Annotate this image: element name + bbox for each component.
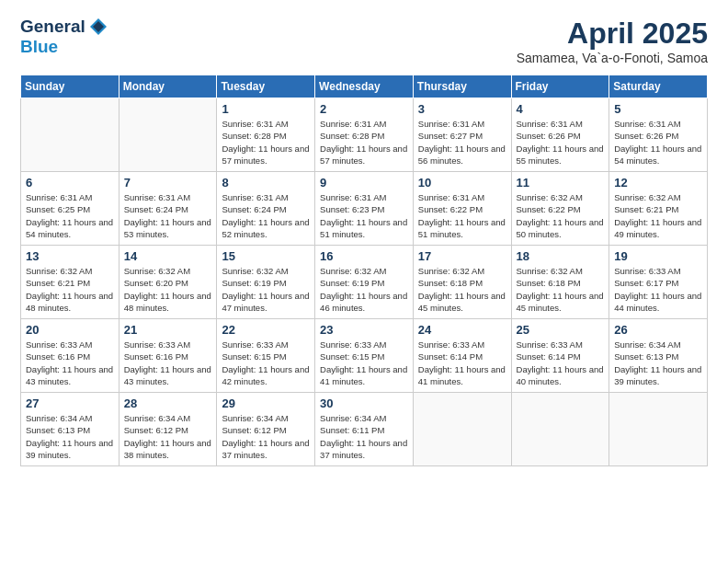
cell-text: Sunrise: 6:32 AM <box>614 191 702 203</box>
calendar-cell: 22Sunrise: 6:33 AMSunset: 6:15 PMDayligh… <box>217 319 315 393</box>
cell-text: Sunset: 6:26 PM <box>614 130 702 142</box>
cell-text: Daylight: 11 hours and 42 minutes. <box>222 363 310 388</box>
cell-text: Sunset: 6:22 PM <box>418 203 506 215</box>
cell-text: Sunset: 6:28 PM <box>320 130 408 142</box>
col-header-sunday: Sunday <box>21 75 119 98</box>
cell-text: Sunrise: 6:33 AM <box>320 339 408 350</box>
cell-text: Sunrise: 6:34 AM <box>614 339 702 350</box>
cell-text: Daylight: 11 hours and 52 minutes. <box>222 216 310 241</box>
calendar-cell: 4Sunrise: 6:31 AMSunset: 6:26 PMDaylight… <box>511 98 609 172</box>
calendar-cell: 7Sunrise: 6:31 AMSunset: 6:24 PMDaylight… <box>119 172 217 246</box>
cell-text: Sunset: 6:19 PM <box>320 277 408 289</box>
cell-text: Daylight: 11 hours and 38 minutes. <box>124 437 212 462</box>
cell-text: Sunrise: 6:33 AM <box>614 265 702 277</box>
header: General Blue April 2025 Samamea, Va`a-o-… <box>20 17 708 65</box>
calendar-cell: 19Sunrise: 6:33 AMSunset: 6:17 PMDayligh… <box>609 246 708 319</box>
cell-text: Sunrise: 6:32 AM <box>418 265 506 277</box>
cell-text: Sunset: 6:12 PM <box>124 424 212 436</box>
day-number: 20 <box>26 323 114 337</box>
cell-text: Daylight: 11 hours and 48 minutes. <box>26 290 114 315</box>
day-number: 23 <box>320 323 408 337</box>
calendar-cell <box>21 98 119 172</box>
calendar-cell: 17Sunrise: 6:32 AMSunset: 6:18 PMDayligh… <box>413 246 511 319</box>
calendar-cell: 16Sunrise: 6:32 AMSunset: 6:19 PMDayligh… <box>315 246 414 319</box>
cell-text: Daylight: 11 hours and 44 minutes. <box>614 290 702 315</box>
cell-text: Daylight: 11 hours and 37 minutes. <box>222 437 310 462</box>
col-header-saturday: Saturday <box>609 75 708 98</box>
calendar-cell: 14Sunrise: 6:32 AMSunset: 6:20 PMDayligh… <box>119 246 217 319</box>
cell-text: Daylight: 11 hours and 39 minutes. <box>614 363 702 388</box>
cell-text: Sunset: 6:14 PM <box>418 350 506 362</box>
day-number: 11 <box>517 176 605 190</box>
calendar-cell: 3Sunrise: 6:31 AMSunset: 6:27 PMDaylight… <box>413 98 511 172</box>
day-number: 18 <box>517 249 605 263</box>
day-number: 28 <box>124 396 212 410</box>
cell-text: Sunrise: 6:34 AM <box>124 412 212 424</box>
day-number: 5 <box>614 102 702 116</box>
day-number: 3 <box>418 102 506 116</box>
cell-text: Sunset: 6:14 PM <box>517 350 605 362</box>
page: General Blue April 2025 Samamea, Va`a-o-… <box>0 0 728 563</box>
cell-text: Sunrise: 6:32 AM <box>320 265 408 277</box>
day-number: 21 <box>124 323 212 337</box>
title-block: April 2025 Samamea, Va`a-o-Fonoti, Samoa <box>517 17 708 65</box>
calendar-header-row: SundayMondayTuesdayWednesdayThursdayFrid… <box>21 75 708 98</box>
cell-text: Daylight: 11 hours and 50 minutes. <box>517 216 605 241</box>
calendar-cell: 24Sunrise: 6:33 AMSunset: 6:14 PMDayligh… <box>413 319 511 393</box>
cell-text: Sunrise: 6:31 AM <box>222 118 310 130</box>
cell-text: Sunset: 6:21 PM <box>26 277 114 289</box>
cell-text: Daylight: 11 hours and 55 minutes. <box>517 143 605 167</box>
day-number: 12 <box>614 176 702 190</box>
cell-text: Sunset: 6:15 PM <box>222 350 310 362</box>
cell-text: Sunset: 6:19 PM <box>222 277 310 289</box>
cell-text: Daylight: 11 hours and 43 minutes. <box>124 363 212 388</box>
calendar-cell: 15Sunrise: 6:32 AMSunset: 6:19 PMDayligh… <box>217 246 315 319</box>
calendar-cell: 26Sunrise: 6:34 AMSunset: 6:13 PMDayligh… <box>609 319 708 393</box>
calendar-cell: 10Sunrise: 6:31 AMSunset: 6:22 PMDayligh… <box>413 172 511 246</box>
calendar-cell: 23Sunrise: 6:33 AMSunset: 6:15 PMDayligh… <box>315 319 414 393</box>
calendar-cell: 6Sunrise: 6:31 AMSunset: 6:25 PMDaylight… <box>21 172 119 246</box>
day-number: 16 <box>320 249 408 263</box>
day-number: 13 <box>26 249 114 263</box>
calendar-cell: 5Sunrise: 6:31 AMSunset: 6:26 PMDaylight… <box>609 98 708 172</box>
calendar-cell <box>119 98 217 172</box>
cell-text: Sunset: 6:20 PM <box>124 277 212 289</box>
cell-text: Daylight: 11 hours and 47 minutes. <box>222 290 310 315</box>
calendar-cell: 12Sunrise: 6:32 AMSunset: 6:21 PMDayligh… <box>609 172 708 246</box>
cell-text: Sunset: 6:27 PM <box>418 130 506 142</box>
cell-text: Daylight: 11 hours and 39 minutes. <box>26 437 114 462</box>
calendar: SundayMondayTuesdayWednesdayThursdayFrid… <box>20 75 708 466</box>
cell-text: Daylight: 11 hours and 41 minutes. <box>320 363 408 388</box>
cell-text: Sunset: 6:13 PM <box>26 424 114 436</box>
col-header-wednesday: Wednesday <box>315 75 414 98</box>
cell-text: Sunrise: 6:33 AM <box>124 339 212 350</box>
day-number: 26 <box>614 323 702 337</box>
cell-text: Sunrise: 6:34 AM <box>26 412 114 424</box>
calendar-week-1: 1Sunrise: 6:31 AMSunset: 6:28 PMDaylight… <box>21 98 708 172</box>
day-number: 19 <box>614 249 702 263</box>
cell-text: Sunrise: 6:33 AM <box>418 339 506 350</box>
cell-text: Sunrise: 6:33 AM <box>222 339 310 350</box>
cell-text: Sunset: 6:24 PM <box>124 203 212 215</box>
cell-text: Sunset: 6:22 PM <box>517 203 605 215</box>
day-number: 15 <box>222 249 310 263</box>
cell-text: Sunrise: 6:31 AM <box>124 191 212 203</box>
calendar-week-4: 20Sunrise: 6:33 AMSunset: 6:16 PMDayligh… <box>21 319 708 393</box>
cell-text: Daylight: 11 hours and 54 minutes. <box>26 216 114 241</box>
calendar-cell: 30Sunrise: 6:34 AMSunset: 6:11 PMDayligh… <box>315 393 414 466</box>
cell-text: Daylight: 11 hours and 48 minutes. <box>124 290 212 315</box>
cell-text: Sunrise: 6:31 AM <box>26 191 114 203</box>
calendar-cell: 21Sunrise: 6:33 AMSunset: 6:16 PMDayligh… <box>119 319 217 393</box>
calendar-cell: 13Sunrise: 6:32 AMSunset: 6:21 PMDayligh… <box>21 246 119 319</box>
day-number: 25 <box>517 323 605 337</box>
cell-text: Daylight: 11 hours and 40 minutes. <box>517 363 605 388</box>
cell-text: Sunrise: 6:34 AM <box>222 412 310 424</box>
calendar-cell: 2Sunrise: 6:31 AMSunset: 6:28 PMDaylight… <box>315 98 414 172</box>
cell-text: Daylight: 11 hours and 43 minutes. <box>26 363 114 388</box>
cell-text: Sunset: 6:21 PM <box>614 203 702 215</box>
calendar-cell: 18Sunrise: 6:32 AMSunset: 6:18 PMDayligh… <box>511 246 609 319</box>
subtitle: Samamea, Va`a-o-Fonoti, Samoa <box>517 51 708 65</box>
cell-text: Daylight: 11 hours and 56 minutes. <box>418 143 506 167</box>
logo-blue: Blue <box>20 37 58 56</box>
cell-text: Sunset: 6:16 PM <box>124 350 212 362</box>
